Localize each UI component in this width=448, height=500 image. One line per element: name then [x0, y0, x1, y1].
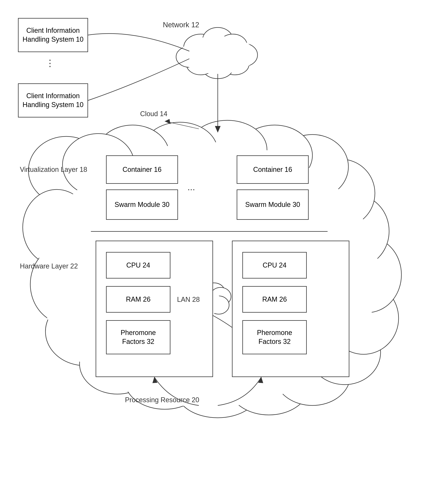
cpu2-label: CPU 24	[263, 261, 287, 270]
svg-marker-30	[215, 126, 221, 133]
container-box-2: Container 16	[237, 155, 309, 184]
pheromone-box-1: Pheromone Factors 32	[106, 320, 170, 354]
svg-point-22	[307, 159, 375, 227]
svg-marker-32	[165, 119, 170, 124]
client-box-1: Client Information Handling System 10	[18, 18, 88, 52]
svg-point-0	[184, 34, 218, 61]
ram-box-1: RAM 26	[106, 286, 170, 313]
swarm-box-2: Swarm Module 30	[237, 189, 309, 220]
proc-resource-label: Processing Resource 20	[125, 396, 199, 404]
network-label: Network 12	[163, 21, 199, 29]
diagram-container: Client Information Handling System 10 ⋮ …	[0, 0, 448, 500]
divider-line	[91, 231, 328, 232]
pheromone2-label: Pheromone Factors 32	[245, 328, 304, 346]
svg-marker-43	[258, 377, 263, 383]
svg-marker-42	[152, 377, 158, 383]
swarm2-label: Swarm Module 30	[245, 200, 300, 209]
dots-containers: ...	[188, 182, 195, 192]
network-cloud	[176, 28, 257, 79]
client-box-2: Client Information Handling System 10	[18, 83, 88, 117]
svg-point-2	[219, 34, 247, 57]
container2-label: Container 16	[253, 165, 292, 174]
virt-layer-label: Virtualization Layer 18	[20, 165, 87, 174]
svg-line-31	[165, 121, 199, 129]
svg-point-5	[203, 58, 233, 79]
svg-point-11	[30, 244, 102, 324]
ram2-label: RAM 26	[262, 295, 287, 304]
swarm1-label: Swarm Module 30	[114, 200, 169, 209]
svg-point-1	[203, 28, 233, 52]
ram1-label: RAM 26	[126, 295, 151, 304]
svg-point-4	[221, 54, 249, 75]
pheromone-box-2: Pheromone Factors 32	[242, 320, 307, 354]
svg-point-8	[180, 36, 256, 74]
cloud14-label: Cloud 14	[140, 110, 167, 118]
client1-label: Client Information Handling System 10	[20, 26, 86, 44]
hw-layer-label: Hardware Layer 22	[20, 262, 78, 271]
svg-point-6	[187, 54, 215, 75]
dots-clients: ⋮	[46, 59, 55, 68]
pheromone1-label: Pheromone Factors 32	[109, 328, 168, 346]
container1-label: Container 16	[123, 165, 161, 174]
client2-label: Client Information Handling System 10	[20, 92, 86, 109]
cpu-box-2: CPU 24	[242, 252, 307, 279]
svg-point-37	[210, 287, 231, 306]
ram-box-2: RAM 26	[242, 286, 307, 313]
cpu1-label: CPU 24	[126, 261, 150, 270]
svg-point-10	[23, 189, 91, 265]
lan-label: LAN 28	[177, 296, 200, 303]
svg-point-3	[231, 44, 257, 66]
container-box-1: Container 16	[106, 155, 178, 184]
cpu-box-1: CPU 24	[106, 252, 170, 279]
svg-overlay	[0, 0, 448, 500]
swarm-box-1: Swarm Module 30	[106, 189, 178, 220]
svg-point-7	[176, 46, 203, 67]
